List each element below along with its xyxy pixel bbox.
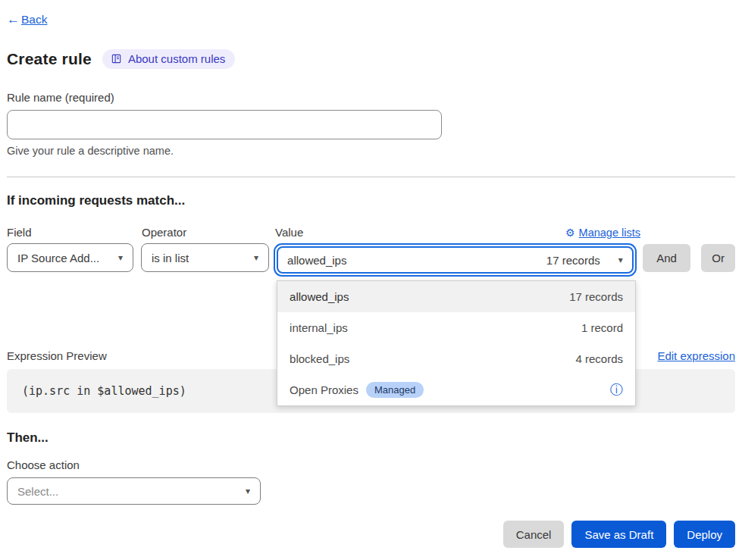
- list-name: blocked_ips: [290, 352, 349, 365]
- footer-actions: Cancel Save as Draft Deploy: [7, 521, 735, 548]
- rule-name-label: Rule name (required): [7, 91, 735, 104]
- choose-action-label: Choose action: [7, 458, 735, 471]
- back-link[interactable]: ←Back: [7, 12, 47, 27]
- expression-code: (ip.src in $allowed_ips): [22, 384, 186, 398]
- book-icon: [111, 53, 122, 64]
- field-select-value: IP Source Add...: [17, 252, 99, 264]
- dropdown-item-internal-ips[interactable]: internal_ips 1 record: [277, 312, 635, 343]
- value-dropdown-panel: allowed_ips 17 records internal_ips 1 re…: [277, 280, 636, 406]
- title-row: Create rule About custom rules: [7, 49, 735, 69]
- managed-badge: Managed: [366, 382, 424, 398]
- create-rule-page: ←Back Create rule About custom rules Rul…: [0, 0, 742, 560]
- info-icon[interactable]: ⓘ: [610, 383, 623, 396]
- manage-lists-label: Manage lists: [579, 227, 640, 239]
- dropdown-item-allowed-ips[interactable]: allowed_ips 17 records: [277, 281, 635, 312]
- value-select-name: allowed_ips: [287, 254, 546, 267]
- match-section-heading: If incoming requests match...: [7, 193, 735, 208]
- back-link-label: Back: [21, 13, 47, 27]
- field-select[interactable]: IP Source Add... ▾: [7, 243, 133, 272]
- list-record-count: 1 record: [581, 321, 623, 334]
- then-section-heading: Then...: [7, 430, 735, 446]
- value-select-meta: 17 records: [546, 254, 600, 267]
- operator-label: Operator: [142, 226, 271, 239]
- and-button[interactable]: And: [643, 244, 691, 272]
- operator-select-value: is in list: [152, 252, 189, 264]
- chevron-down-icon: ▾: [254, 252, 258, 263]
- or-button[interactable]: Or: [701, 244, 735, 272]
- back-arrow-icon: ←: [7, 12, 20, 27]
- edit-expression-link[interactable]: Edit expression: [657, 349, 735, 362]
- manage-lists-link[interactable]: ⚙ Manage lists: [565, 227, 640, 239]
- cancel-button[interactable]: Cancel: [503, 521, 565, 548]
- chevron-down-icon: ▾: [246, 486, 250, 496]
- condition-row: IP Source Add... ▾ is in list ▾ allowed_…: [7, 243, 735, 277]
- operator-select[interactable]: is in list ▾: [141, 243, 269, 272]
- list-record-count: 17 records: [569, 290, 623, 303]
- action-select-placeholder: Select...: [17, 485, 58, 498]
- about-badge-label: About custom rules: [128, 52, 225, 65]
- action-select[interactable]: Select... ▾: [7, 477, 261, 505]
- rule-name-helper: Give your rule a descriptive name.: [7, 145, 735, 157]
- chevron-down-icon: ▾: [618, 255, 623, 265]
- about-custom-rules-link[interactable]: About custom rules: [102, 49, 235, 69]
- expression-preview-label: Expression Preview: [7, 349, 107, 362]
- dropdown-item-blocked-ips[interactable]: blocked_ips 4 records: [277, 343, 635, 374]
- list-name: allowed_ips: [290, 290, 349, 303]
- save-as-draft-button[interactable]: Save as Draft: [571, 521, 666, 548]
- chevron-down-icon: ▾: [118, 252, 123, 263]
- deploy-button[interactable]: Deploy: [674, 521, 735, 548]
- field-label: Field: [7, 226, 134, 239]
- value-label: Value: [275, 226, 303, 239]
- rule-name-input[interactable]: [7, 110, 442, 139]
- list-record-count: 4 records: [576, 352, 624, 365]
- dropdown-item-open-proxies[interactable]: Open Proxies Managed ⓘ: [277, 374, 635, 405]
- gear-icon: ⚙: [565, 227, 575, 239]
- value-select-focus-ring: allowed_ips 17 records ▾ allowed_ips 17 …: [274, 243, 637, 277]
- value-select[interactable]: allowed_ips 17 records ▾: [277, 246, 634, 274]
- list-name: Open Proxies: [290, 383, 358, 396]
- condition-labels-row: Field Operator Value ⚙ Manage lists: [7, 226, 735, 239]
- page-title: Create rule: [7, 50, 92, 68]
- list-name: internal_ips: [290, 321, 348, 334]
- section-divider: [7, 177, 735, 177]
